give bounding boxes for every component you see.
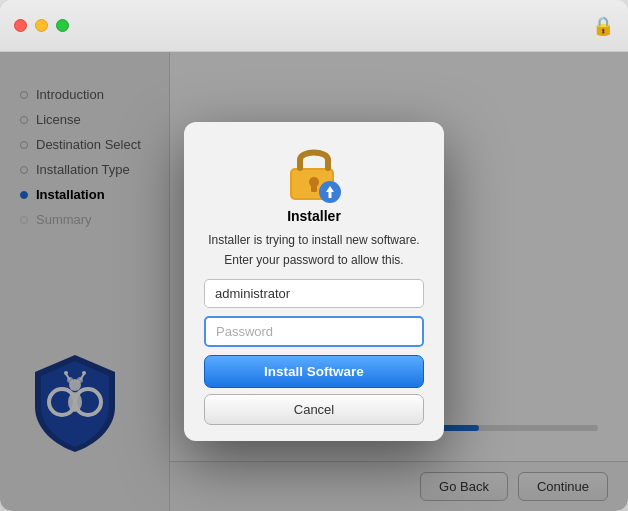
cancel-button[interactable]: Cancel <box>204 394 424 425</box>
maximize-button[interactable] <box>56 19 69 32</box>
installer-lock-icon <box>286 142 342 198</box>
modal-dialog: Installer Installer is trying to install… <box>184 122 444 441</box>
traffic-lights <box>14 19 69 32</box>
username-input[interactable] <box>204 279 424 308</box>
modal-overlay: Installer Installer is trying to install… <box>0 52 628 511</box>
password-input[interactable] <box>204 316 424 347</box>
title-bar: 🔒 <box>0 0 628 52</box>
lock-icon: 🔒 <box>592 15 614 37</box>
install-software-button[interactable]: Install Software <box>204 355 424 388</box>
minimize-button[interactable] <box>35 19 48 32</box>
modal-line1: Installer is trying to install new softw… <box>208 232 419 249</box>
close-button[interactable] <box>14 19 27 32</box>
modal-line2: Enter your password to allow this. <box>224 253 403 267</box>
main-window: 🔒 Introduction License Destination Selec… <box>0 0 628 511</box>
svg-rect-13 <box>311 184 317 192</box>
modal-title: Installer <box>287 208 341 224</box>
content-area: Introduction License Destination Select … <box>0 52 628 511</box>
